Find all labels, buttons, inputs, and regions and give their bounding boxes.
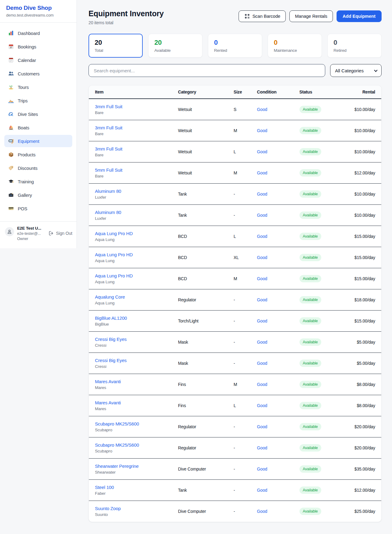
item-name-link[interactable]: Aluminum 80 — [95, 210, 178, 215]
item-name-link[interactable]: 3mm Full Suit — [95, 104, 178, 109]
stat-label: Maintenance — [274, 48, 316, 53]
condition-link[interactable]: Good — [257, 170, 267, 175]
avatar — [5, 227, 14, 236]
sidebar-item-tours[interactable]: Tours — [4, 81, 72, 93]
condition-link[interactable]: Good — [257, 318, 267, 323]
stat-card-retired[interactable]: 0Retired — [327, 34, 382, 58]
condition-link[interactable]: Good — [257, 107, 267, 112]
sidebar-item-label: Equipment — [18, 139, 39, 144]
item-size: L — [234, 234, 236, 239]
add-equipment-button[interactable]: Add Equipment — [337, 10, 382, 22]
rental-price: $10.00/day — [354, 128, 375, 133]
sailboat-icon — [8, 125, 14, 131]
condition-link[interactable]: Good — [257, 234, 267, 239]
stat-card-rented[interactable]: 0Rented — [208, 34, 262, 58]
sidebar-item-trips[interactable]: Trips — [4, 94, 72, 107]
item-size: L — [234, 149, 236, 154]
table-row: Mares AvantiMaresFinsLGoodAvailable$8.00… — [89, 395, 381, 416]
item-name-link[interactable]: BigBlue AL1200 — [95, 315, 178, 321]
condition-link[interactable]: Good — [257, 382, 267, 387]
item-name-link[interactable]: 3mm Full Suit — [95, 125, 178, 130]
sidebar-item-boats[interactable]: Boats — [4, 121, 72, 134]
item-name-link[interactable]: Cressi Big Eyes — [95, 337, 178, 342]
condition-link[interactable]: Good — [257, 424, 267, 429]
item-size: M — [234, 128, 237, 133]
sidebar-item-dive-sites[interactable]: Dive Sites — [4, 108, 72, 120]
item-name-link[interactable]: Scubapro MK25/S600 — [95, 421, 178, 426]
condition-link[interactable]: Good — [257, 467, 267, 471]
item-name-link[interactable]: 3mm Full Suit — [95, 146, 178, 151]
condition-link[interactable]: Good — [257, 149, 267, 154]
item-name-link[interactable]: Aqua Lung Pro HD — [95, 231, 178, 236]
status-badge: Available — [300, 296, 321, 303]
condition-link[interactable]: Good — [257, 213, 267, 218]
item-brand: Luxfer — [95, 216, 178, 221]
condition-link[interactable]: Good — [257, 276, 267, 281]
sidebar-item-dashboard[interactable]: Dashboard — [4, 27, 72, 39]
item-name-link[interactable]: Aqua Lung Pro HD — [95, 252, 178, 257]
status-badge: Available — [300, 381, 321, 388]
stat-card-available[interactable]: 20Available — [148, 34, 202, 58]
condition-link[interactable]: Good — [257, 403, 267, 408]
item-name-link[interactable]: Mares Avanti — [95, 400, 178, 405]
condition-link[interactable]: Good — [257, 361, 267, 366]
item-brand: Aqua Lung — [95, 301, 178, 305]
sidebar-item-equipment[interactable]: Equipment — [4, 135, 72, 147]
item-category: Torch/Light — [178, 318, 198, 323]
condition-link[interactable]: Good — [257, 297, 267, 302]
status-badge: Available — [300, 317, 321, 325]
table-row: Aqualung CoreAqua LungRegulator-GoodAvai… — [89, 289, 381, 310]
sidebar-item-bookings[interactable]: 17Bookings — [4, 40, 72, 53]
sidebar-item-gallery[interactable]: Gallery — [4, 189, 72, 201]
sign-out-button[interactable]: Sign Out — [48, 230, 72, 236]
stat-value: 0 — [274, 39, 316, 47]
sidebar-item-label: POS — [18, 206, 27, 211]
search-input[interactable] — [89, 64, 325, 77]
tag-icon — [8, 165, 14, 171]
sidebar-item-label: Dashboard — [18, 31, 40, 36]
item-name-link[interactable]: Cressi Big Eyes — [95, 358, 178, 363]
status-badge: Available — [300, 444, 321, 452]
rental-price: $12.00/day — [354, 488, 375, 493]
sidebar-item-calendar[interactable]: Calendar — [4, 54, 72, 66]
item-size: - — [234, 192, 235, 196]
condition-link[interactable]: Good — [257, 128, 267, 133]
sidebar-item-pos[interactable]: POS — [4, 202, 72, 215]
stat-value: 20 — [95, 39, 137, 47]
condition-link[interactable]: Good — [257, 340, 267, 345]
item-name-link[interactable]: 5mm Full Suit — [95, 167, 178, 173]
item-name-link[interactable]: Aqua Lung Pro HD — [95, 273, 178, 278]
item-category: Dive Computer — [178, 467, 206, 471]
sidebar-item-training[interactable]: Training — [4, 175, 72, 188]
column-header-condition: Condition — [257, 86, 299, 99]
item-name-link[interactable]: Steel 100 — [95, 485, 178, 490]
graduation-cap-icon — [8, 179, 14, 185]
category-select[interactable]: All Categories — [330, 64, 382, 77]
sidebar-item-discounts[interactable]: Discounts — [4, 162, 72, 174]
condition-link[interactable]: Good — [257, 192, 267, 196]
item-name-link[interactable]: Aqualung Core — [95, 294, 178, 299]
sidebar-item-customers[interactable]: Customers — [4, 67, 72, 80]
calendar-icon — [8, 57, 14, 63]
item-name-link[interactable]: Mares Avanti — [95, 379, 178, 384]
sidebar-item-label: Gallery — [18, 193, 32, 198]
condition-link[interactable]: Good — [257, 255, 267, 260]
item-name-link[interactable]: Aluminum 80 — [95, 189, 178, 194]
status-badge: Available — [300, 169, 321, 177]
item-name-link[interactable]: Scubapro MK25/S600 — [95, 442, 178, 448]
rental-price: $15.00/day — [354, 255, 375, 260]
manage-rentals-button[interactable]: Manage Rentals — [289, 10, 333, 22]
item-name-link[interactable]: Suunto Zoop — [95, 506, 178, 511]
condition-link[interactable]: Good — [257, 488, 267, 493]
page-title-block: Equipment Inventory 20 items total — [89, 9, 164, 25]
scan-barcode-button[interactable]: Scan Barcode — [239, 10, 286, 22]
brand-name: Demo Dive Shop — [6, 5, 70, 11]
item-name-link[interactable]: Shearwater Peregrine — [95, 463, 178, 469]
condition-link[interactable]: Good — [257, 509, 267, 514]
stat-card-maintenance[interactable]: 0Maintenance — [268, 34, 322, 58]
sidebar-item-label: Discounts — [18, 166, 37, 171]
stat-card-total[interactable]: 20Total — [89, 34, 143, 58]
sidebar-item-products[interactable]: Products — [4, 148, 72, 161]
condition-link[interactable]: Good — [257, 445, 267, 450]
stat-label: Retired — [334, 48, 375, 53]
